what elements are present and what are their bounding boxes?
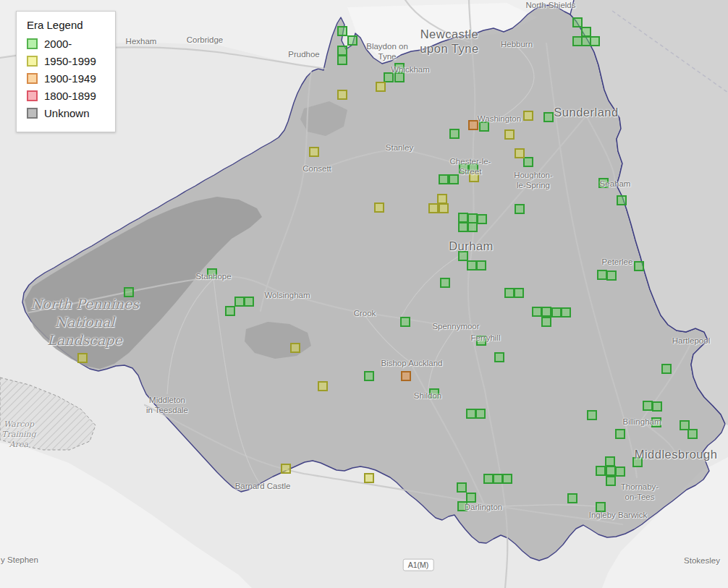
map-marker-2000[interactable] — [551, 307, 562, 318]
map-marker-2000[interactable] — [476, 260, 486, 270]
map-marker-2000[interactable] — [532, 307, 542, 317]
map-marker-2000[interactable] — [483, 474, 494, 484]
map-marker-2000[interactable] — [661, 364, 672, 374]
map-marker-2000[interactable] — [643, 401, 653, 411]
map-marker-2000[interactable] — [207, 268, 217, 278]
map-marker-2000[interactable] — [572, 17, 583, 27]
map-marker-2000[interactable] — [394, 72, 405, 82]
map-marker-2000[interactable] — [687, 429, 698, 439]
map-marker-2000[interactable] — [523, 157, 533, 167]
map-marker-2000[interactable] — [466, 493, 476, 503]
map-marker-2000[interactable] — [581, 27, 591, 37]
map-marker-1950[interactable] — [77, 353, 88, 363]
map-marker-2000[interactable] — [476, 336, 486, 346]
map-marker-1950[interactable] — [469, 172, 479, 182]
map-marker-1950[interactable] — [318, 381, 328, 391]
map-canvas[interactable]: Newcastle upon TyneSunderlandDurhamMiddl… — [0, 0, 728, 588]
map-marker-2000[interactable] — [605, 456, 615, 466]
map-marker-2000[interactable] — [459, 163, 469, 174]
map-marker-2000[interactable] — [440, 278, 450, 288]
map-marker-1950[interactable] — [337, 90, 347, 100]
legend-swatch-icon — [27, 38, 38, 49]
map-marker-2000[interactable] — [617, 195, 627, 205]
map-marker-2000[interactable] — [458, 251, 468, 261]
map-marker-1950[interactable] — [428, 203, 439, 213]
map-marker-2000[interactable] — [457, 501, 467, 511]
map-marker-1950[interactable] — [437, 194, 447, 204]
map-marker-2000[interactable] — [514, 288, 524, 298]
map-marker-2000[interactable] — [124, 287, 134, 297]
map-marker-2000[interactable] — [543, 112, 554, 122]
map-marker-2000[interactable] — [467, 222, 478, 232]
map-marker-2000[interactable] — [479, 122, 489, 132]
map-marker-2000[interactable] — [449, 174, 459, 184]
map-marker-1900[interactable] — [468, 120, 478, 130]
map-marker-2000[interactable] — [541, 317, 551, 327]
map-marker-1900[interactable] — [401, 371, 411, 381]
map-marker-2000[interactable] — [477, 214, 487, 224]
map-marker-2000[interactable] — [504, 288, 515, 298]
map-marker-2000[interactable] — [632, 457, 643, 467]
map-marker-1950[interactable] — [515, 148, 525, 158]
legend-title: Era Legend — [27, 19, 106, 31]
map-marker-2000[interactable] — [467, 260, 477, 270]
map-marker-2000[interactable] — [364, 371, 374, 381]
map-marker-1950[interactable] — [439, 203, 449, 213]
map-marker-2000[interactable] — [457, 482, 467, 493]
map-marker-2000[interactable] — [384, 72, 394, 82]
map-marker-2000[interactable] — [439, 174, 449, 184]
map-marker-1950[interactable] — [281, 464, 291, 474]
map-marker-2000[interactable] — [429, 388, 439, 399]
map-marker-2000[interactable] — [597, 270, 607, 280]
map-marker-2000[interactable] — [596, 502, 606, 512]
map-marker-2000[interactable] — [347, 35, 357, 46]
map-marker-1950[interactable] — [290, 343, 300, 353]
legend-item-unknown[interactable]: Unknown — [27, 107, 106, 119]
map-marker-2000[interactable] — [449, 129, 460, 139]
map-marker-2000[interactable] — [337, 26, 347, 36]
map-marker-2000[interactable] — [606, 466, 616, 476]
map-marker-2000[interactable] — [337, 46, 347, 56]
legend-item-1950[interactable]: 1950-1999 — [27, 55, 106, 67]
map-marker-1950[interactable] — [309, 147, 319, 157]
map-marker-2000[interactable] — [541, 307, 551, 317]
map-marker-2000[interactable] — [598, 178, 609, 188]
map-marker-2000[interactable] — [652, 401, 662, 412]
map-marker-2000[interactable] — [475, 409, 486, 419]
legend-item-1800[interactable]: 1800-1899 — [27, 90, 106, 102]
map-marker-1950[interactable] — [504, 129, 515, 140]
map-marker-2000[interactable] — [634, 261, 644, 271]
legend-item-2000[interactable]: 2000- — [27, 38, 106, 50]
map-marker-2000[interactable] — [494, 352, 504, 362]
map-marker-2000[interactable] — [502, 474, 512, 484]
legend-label: 1950-1999 — [44, 55, 96, 67]
map-marker-2000[interactable] — [561, 307, 571, 318]
map-marker-2000[interactable] — [651, 417, 661, 427]
map-marker-2000[interactable] — [466, 409, 476, 419]
map-marker-2000[interactable] — [244, 297, 254, 307]
map-marker-2000[interactable] — [590, 36, 600, 46]
map-marker-2000[interactable] — [225, 306, 235, 316]
legend-item-1900[interactable]: 1900-1949 — [27, 72, 106, 85]
legend-label: 2000- — [44, 38, 72, 50]
map-marker-2000[interactable] — [567, 493, 577, 503]
map-marker-2000[interactable] — [587, 410, 597, 420]
map-marker-1950[interactable] — [523, 111, 533, 121]
map-marker-2000[interactable] — [615, 466, 625, 477]
map-marker-2000[interactable] — [515, 204, 525, 214]
legend-label: Unknown — [44, 107, 90, 119]
map-marker-2000[interactable] — [458, 213, 468, 223]
map-marker-2000[interactable] — [493, 474, 503, 484]
map-marker-2000[interactable] — [458, 222, 468, 232]
map-marker-2000[interactable] — [394, 63, 405, 73]
map-marker-2000[interactable] — [234, 297, 245, 307]
map-marker-1950[interactable] — [364, 473, 374, 483]
map-marker-1950[interactable] — [374, 203, 384, 213]
map-marker-2000[interactable] — [400, 317, 410, 327]
map-marker-2000[interactable] — [337, 55, 347, 65]
map-marker-2000[interactable] — [606, 270, 617, 281]
map-marker-2000[interactable] — [606, 476, 616, 486]
map-marker-2000[interactable] — [615, 429, 625, 439]
map-marker-2000[interactable] — [596, 466, 606, 476]
map-marker-1950[interactable] — [376, 82, 386, 92]
